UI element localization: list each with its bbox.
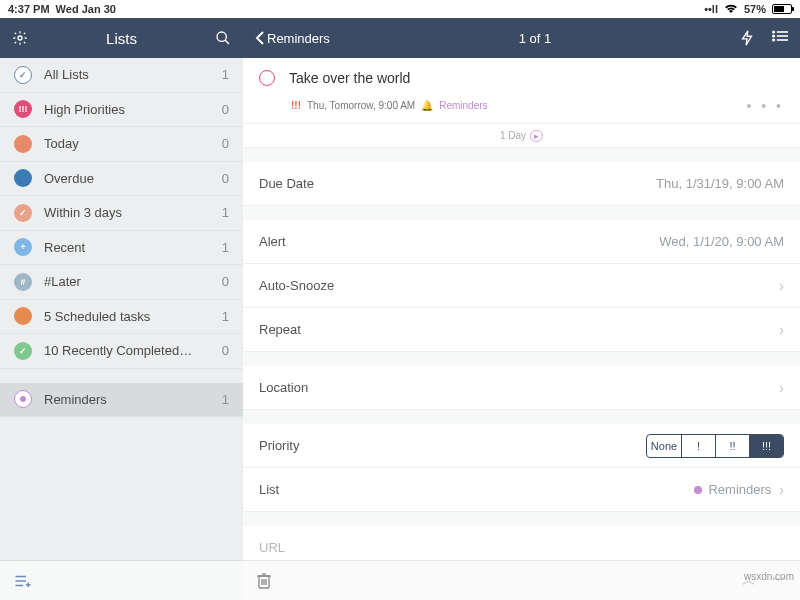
sidebar: Lists ✓All Lists1!!!High Priorities0Toda… bbox=[0, 18, 243, 600]
chevron-right-icon: › bbox=[779, 482, 784, 498]
sidebar-item[interactable]: ##Later0 bbox=[0, 265, 243, 300]
priority-row: Priority None!!!!!! bbox=[243, 424, 800, 468]
sidebar-item-label: High Priorities bbox=[44, 102, 222, 117]
task-title[interactable]: Take over the world bbox=[289, 70, 410, 86]
list-icon: ✓ bbox=[14, 204, 32, 222]
list-color-dot bbox=[694, 486, 702, 494]
sidebar-title: Lists bbox=[28, 30, 215, 47]
sidebar-item-count: 1 bbox=[222, 205, 229, 220]
alert-row[interactable]: Alert Wed, 1/1/20, 9:00 AM bbox=[243, 220, 800, 264]
alert-value: Wed, 1/1/20, 9:00 AM bbox=[659, 234, 784, 249]
svg-point-0 bbox=[18, 36, 22, 40]
detail-panel: Reminders 1 of 1 Take over the world !! bbox=[243, 18, 800, 600]
due-date-value: Thu, 1/31/19, 9:00 AM bbox=[656, 176, 784, 191]
sidebar-item[interactable]: ✓10 Recently Completed…0 bbox=[0, 334, 243, 369]
list-icon bbox=[14, 307, 32, 325]
priority-seg-2[interactable]: !! bbox=[715, 435, 749, 457]
list-icon bbox=[14, 169, 32, 187]
due-date-row[interactable]: Due Date Thu, 1/31/19, 9:00 AM bbox=[243, 162, 800, 206]
sidebar-footer bbox=[0, 560, 243, 600]
priority-seg-0[interactable]: None bbox=[647, 435, 681, 457]
search-icon[interactable] bbox=[215, 30, 231, 46]
sidebar-item-count: 1 bbox=[222, 309, 229, 324]
auto-snooze-row[interactable]: Auto-Snooze › bbox=[243, 264, 800, 308]
task-card: Take over the world !!! Thu, Tomorrow, 9… bbox=[243, 58, 800, 124]
sidebar-item-label: Within 3 days bbox=[44, 205, 222, 220]
add-list-icon[interactable] bbox=[14, 574, 32, 588]
trash-icon[interactable] bbox=[257, 572, 271, 590]
svg-point-9 bbox=[773, 31, 775, 33]
task-list-label: Reminders bbox=[439, 100, 487, 111]
task-when: Thu, Tomorrow, 9:00 AM bbox=[307, 100, 415, 111]
sidebar-item[interactable]: ✓All Lists1 bbox=[0, 58, 243, 93]
chevron-right-icon: › bbox=[779, 322, 784, 338]
status-bar: 4:37 PM Wed Jan 30 ••ll 57% bbox=[0, 0, 800, 18]
sidebar-item[interactable]: +Recent1 bbox=[0, 231, 243, 266]
repeat-row[interactable]: Repeat › bbox=[243, 308, 800, 352]
detail-header: Reminders 1 of 1 bbox=[243, 18, 800, 58]
url-row[interactable]: URL bbox=[243, 526, 800, 560]
sidebar-item-count: 1 bbox=[222, 67, 229, 82]
sidebar-item-count: 1 bbox=[222, 392, 229, 407]
status-date: Wed Jan 30 bbox=[56, 3, 116, 15]
sidebar-item-label: #Later bbox=[44, 274, 222, 289]
svg-point-11 bbox=[773, 35, 775, 37]
sidebar-item-label: Reminders bbox=[44, 392, 222, 407]
svg-point-1 bbox=[217, 32, 226, 41]
list-value: Reminders bbox=[708, 482, 771, 497]
list-row[interactable]: List Reminders › bbox=[243, 468, 800, 512]
sidebar-item[interactable]: 5 Scheduled tasks1 bbox=[0, 300, 243, 335]
task-counter: 1 of 1 bbox=[330, 31, 740, 46]
list-icon bbox=[14, 135, 32, 153]
sidebar-item-label: Overdue bbox=[44, 171, 222, 186]
chevron-right-icon: › bbox=[779, 278, 784, 294]
svg-point-13 bbox=[773, 39, 775, 41]
lists-container: ✓All Lists1!!!High Priorities0Today0Over… bbox=[0, 58, 243, 560]
sidebar-item-count: 0 bbox=[222, 136, 229, 151]
list-icon: ✓ bbox=[14, 66, 32, 84]
detail-body[interactable]: Take over the world !!! Thu, Tomorrow, 9… bbox=[243, 58, 800, 560]
sidebar-item-label: Recent bbox=[44, 240, 222, 255]
back-label: Reminders bbox=[267, 31, 330, 46]
settings-icon[interactable] bbox=[12, 30, 28, 46]
priority-segmented: None!!!!!! bbox=[646, 434, 784, 458]
sidebar-item-count: 0 bbox=[222, 171, 229, 186]
svg-marker-8 bbox=[743, 31, 752, 45]
battery-percent: 57% bbox=[744, 3, 766, 15]
priority-seg-3[interactable]: !!! bbox=[749, 435, 783, 457]
more-icon[interactable]: • • • bbox=[747, 98, 784, 114]
sidebar-item[interactable]: Today0 bbox=[0, 127, 243, 162]
sidebar-item-count: 0 bbox=[222, 343, 229, 358]
list-icon: # bbox=[14, 273, 32, 291]
list-icon: !!! bbox=[14, 100, 32, 118]
list-icon: ✓ bbox=[14, 342, 32, 360]
svg-line-2 bbox=[225, 40, 229, 44]
sidebar-item[interactable]: !!!High Priorities0 bbox=[0, 93, 243, 128]
priority-badge: !!! bbox=[291, 100, 301, 111]
detail-footer: ︿ ﹀ bbox=[243, 560, 800, 600]
sidebar-item-label: 10 Recently Completed… bbox=[44, 343, 222, 358]
list-view-icon[interactable] bbox=[772, 30, 788, 46]
sidebar-item-count: 1 bbox=[222, 240, 229, 255]
chevron-right-icon: › bbox=[779, 380, 784, 396]
signal-icon: ••ll bbox=[704, 3, 718, 15]
sidebar-item-label: All Lists bbox=[44, 67, 222, 82]
sidebar-item-count: 0 bbox=[222, 102, 229, 117]
alert-icon: 🔔 bbox=[421, 100, 433, 111]
priority-seg-1[interactable]: ! bbox=[681, 435, 715, 457]
day-chip: 1 Day▸ bbox=[243, 124, 800, 148]
wifi-icon bbox=[724, 4, 738, 14]
quick-action-icon[interactable] bbox=[740, 30, 754, 46]
location-row[interactable]: Location › bbox=[243, 366, 800, 410]
list-icon: + bbox=[14, 238, 32, 256]
back-button[interactable]: Reminders bbox=[255, 31, 330, 46]
sidebar-item[interactable]: Overdue0 bbox=[0, 162, 243, 197]
sidebar-item[interactable]: ✓Within 3 days1 bbox=[0, 196, 243, 231]
sidebar-item-count: 0 bbox=[222, 274, 229, 289]
sidebar-item-label: Today bbox=[44, 136, 222, 151]
task-checkbox[interactable] bbox=[259, 70, 275, 86]
status-time: 4:37 PM bbox=[8, 3, 50, 15]
sidebar-header: Lists bbox=[0, 18, 243, 58]
sidebar-item-reminders[interactable]: Reminders1 bbox=[0, 383, 243, 418]
battery-icon bbox=[772, 4, 792, 14]
